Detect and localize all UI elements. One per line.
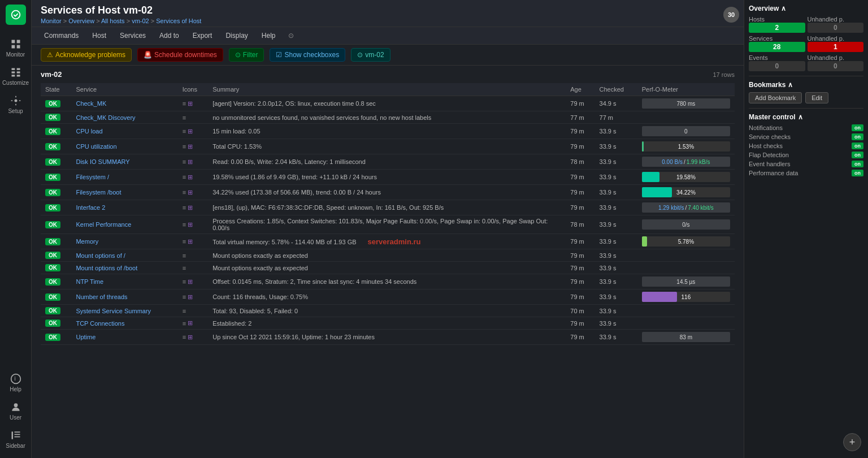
service-link[interactable]: Disk IO SUMMARY: [76, 158, 129, 165]
service-name[interactable]: CPU load: [71, 124, 177, 139]
addto-btn[interactable]: Add to: [156, 29, 183, 42]
breadcrumb-vm02[interactable]: vm-02: [132, 18, 149, 24]
lines-icon[interactable]: ≡: [183, 204, 186, 211]
schedule-btn[interactable]: 🚨 Schedule downtimes: [137, 48, 223, 62]
acknowledge-btn[interactable]: ⚠ Acknowledge problems: [41, 48, 132, 62]
lines-icon[interactable]: ≡: [183, 278, 186, 285]
master-control-toggle[interactable]: on: [852, 152, 863, 158]
export-btn[interactable]: Export: [189, 29, 216, 42]
service-name[interactable]: Mount options of /boot: [71, 262, 177, 274]
service-link[interactable]: Interface 2: [76, 204, 105, 211]
edit-btn[interactable]: Edit: [805, 92, 828, 103]
graph-icon[interactable]: ⊞: [188, 128, 193, 135]
service-link[interactable]: CPU utilization: [76, 143, 116, 150]
service-link[interactable]: Number of threads: [76, 293, 127, 300]
help-icon[interactable]: ⊙: [288, 32, 294, 40]
service-name[interactable]: Number of threads: [71, 290, 177, 305]
checkboxes-btn[interactable]: ☑ Show checkboxes: [270, 48, 345, 62]
sidebar-item-monitor[interactable]: Monitor: [0, 34, 31, 62]
service-name[interactable]: Disk IO SUMMARY: [71, 154, 177, 170]
lines-icon[interactable]: ≡: [183, 158, 186, 165]
graph-icon[interactable]: ⊞: [188, 238, 193, 245]
commands-btn[interactable]: Commands: [41, 29, 82, 42]
help-btn[interactable]: Help: [258, 29, 279, 42]
service-name[interactable]: Filesystem /boot: [71, 185, 177, 200]
service-link[interactable]: Filesystem /: [76, 174, 109, 180]
master-control-toggle[interactable]: on: [852, 133, 863, 140]
lines-icon[interactable]: ≡: [183, 252, 186, 259]
lines-icon[interactable]: ≡: [183, 128, 186, 135]
sidebar-item-user[interactable]: User: [0, 397, 31, 425]
add-bookmark-btn[interactable]: Add Bookmark: [749, 92, 802, 103]
host-btn[interactable]: Host: [89, 29, 110, 42]
service-name[interactable]: Uptime: [71, 330, 177, 345]
services-btn[interactable]: Services: [116, 29, 149, 42]
service-link[interactable]: Memory: [76, 238, 98, 245]
sidebar-item-sidebar[interactable]: Sidebar: [0, 425, 31, 453]
service-name[interactable]: Kernel Performance: [71, 215, 177, 234]
service-name[interactable]: Filesystem /: [71, 170, 177, 185]
master-control-toggle[interactable]: on: [852, 142, 863, 149]
graph-icon[interactable]: ⊞: [188, 204, 193, 211]
services-count: 28: [749, 42, 805, 52]
service-name[interactable]: TCP Connections: [71, 317, 177, 330]
lines-icon[interactable]: ≡: [183, 308, 186, 314]
lines-icon[interactable]: ≡: [183, 143, 186, 150]
service-name[interactable]: NTP Time: [71, 274, 177, 290]
service-name[interactable]: Check_MK Discovery: [71, 111, 177, 124]
sidebar-item-setup[interactable]: Setup: [0, 90, 31, 119]
lines-icon[interactable]: ≡: [183, 114, 186, 121]
app-logo[interactable]: [6, 5, 26, 25]
service-link[interactable]: CPU load: [76, 128, 102, 135]
breadcrumb-allhosts[interactable]: All hosts: [101, 18, 125, 24]
lines-icon[interactable]: ≡: [183, 238, 186, 245]
service-name[interactable]: Mount options of /: [71, 249, 177, 262]
service-link[interactable]: Mount options of /: [76, 252, 125, 259]
service-link[interactable]: Filesystem /boot: [76, 189, 121, 196]
graph-icon[interactable]: ⊞: [188, 293, 193, 301]
lines-icon[interactable]: ≡: [183, 265, 186, 271]
master-control-row: Host checkson: [749, 142, 863, 149]
service-checked: 33.9 s: [595, 215, 637, 234]
service-link[interactable]: Mount options of /boot: [76, 265, 137, 271]
graph-icon[interactable]: ⊞: [188, 158, 193, 166]
service-name[interactable]: Interface 2: [71, 200, 177, 215]
vm02-btn[interactable]: ⊙ vm-02: [351, 48, 390, 62]
graph-icon[interactable]: ⊞: [188, 189, 193, 196]
lines-icon[interactable]: ≡: [183, 189, 186, 196]
service-link[interactable]: Uptime: [76, 334, 96, 340]
sidebar-item-customize[interactable]: Customize: [0, 62, 31, 90]
lines-icon[interactable]: ≡: [183, 221, 186, 228]
plus-button[interactable]: +: [843, 433, 861, 451]
lines-icon[interactable]: ≡: [183, 100, 186, 107]
breadcrumb-overview[interactable]: Overview: [68, 18, 94, 24]
service-link[interactable]: Kernel Performance: [76, 221, 131, 228]
lines-icon[interactable]: ≡: [183, 320, 186, 327]
graph-icon[interactable]: ⊞: [188, 143, 193, 150]
service-link[interactable]: Systemd Service Summary: [76, 308, 151, 314]
service-name[interactable]: Systemd Service Summary: [71, 305, 177, 317]
service-link[interactable]: Check_MK: [76, 100, 106, 107]
master-control-toggle[interactable]: on: [852, 170, 863, 176]
filter-btn[interactable]: ⊙ Filter: [229, 48, 264, 62]
graph-icon[interactable]: ⊞: [188, 334, 193, 341]
lines-icon[interactable]: ≡: [183, 174, 186, 180]
graph-icon[interactable]: ⊞: [188, 174, 193, 181]
sidebar-item-help[interactable]: i Help: [0, 369, 31, 397]
service-name[interactable]: Check_MK: [71, 96, 177, 111]
graph-icon[interactable]: ⊞: [188, 221, 193, 228]
master-control-toggle[interactable]: on: [852, 161, 863, 167]
service-link[interactable]: Check_MK Discovery: [76, 114, 135, 121]
service-link[interactable]: TCP Connections: [76, 320, 124, 327]
service-name[interactable]: CPU utilization: [71, 139, 177, 154]
display-btn[interactable]: Display: [222, 29, 251, 42]
lines-icon[interactable]: ≡: [183, 293, 186, 300]
master-control-toggle[interactable]: on: [852, 124, 863, 131]
graph-icon[interactable]: ⊞: [188, 100, 193, 107]
service-name[interactable]: Memory: [71, 234, 177, 249]
service-link[interactable]: NTP Time: [76, 278, 103, 285]
graph-icon[interactable]: ⊞: [188, 319, 193, 327]
lines-icon[interactable]: ≡: [183, 334, 186, 340]
breadcrumb-link[interactable]: Monitor: [41, 18, 62, 24]
graph-icon[interactable]: ⊞: [188, 278, 193, 286]
